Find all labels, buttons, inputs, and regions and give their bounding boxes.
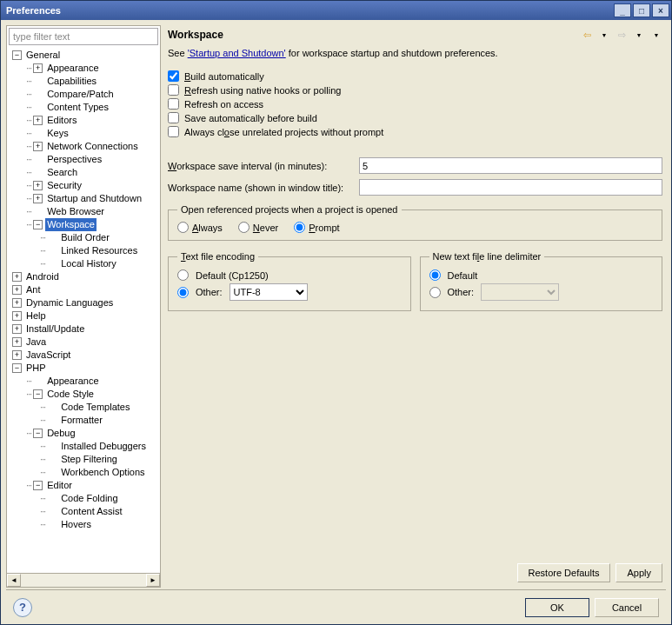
tree-expander-icon[interactable]: + xyxy=(12,324,22,334)
tree-item[interactable]: ···Appearance xyxy=(9,375,160,388)
tree-expander-icon[interactable]: + xyxy=(33,63,43,73)
tree-item[interactable]: ···Content Types xyxy=(9,101,160,114)
open-ref-prompt-radio[interactable] xyxy=(294,222,305,233)
delimiter-default-radio[interactable] xyxy=(429,269,441,281)
tree-item[interactable]: ···−Debug xyxy=(9,427,160,440)
ok-button[interactable]: OK xyxy=(525,598,589,617)
tree-item[interactable]: ···+Editors xyxy=(9,114,160,127)
delimiter-legend: New text file line delimiter xyxy=(429,251,545,262)
encoding-default-radio[interactable] xyxy=(177,269,189,281)
tree-item[interactable]: +Dynamic Languages xyxy=(9,296,160,309)
build-automatically-checkbox[interactable] xyxy=(168,70,179,82)
tree-expander-icon[interactable]: + xyxy=(12,298,22,308)
open-ref-always-radio[interactable] xyxy=(177,222,189,233)
tree-item[interactable]: ···Code Folding xyxy=(9,492,160,505)
tree-item-label: Network Connections xyxy=(45,140,140,153)
maximize-button[interactable]: □ xyxy=(633,3,650,17)
delimiter-combo[interactable] xyxy=(481,283,559,301)
encoding-combo[interactable]: UTF-8 xyxy=(230,283,308,301)
tree-item[interactable]: +JavaScript xyxy=(9,349,160,362)
help-icon[interactable]: ? xyxy=(13,598,32,617)
tree-item[interactable]: ···Local History xyxy=(9,257,160,270)
back-icon[interactable]: ⇦ xyxy=(581,29,593,41)
tree-item[interactable]: +Install/Update xyxy=(9,322,160,336)
workspace-name-input[interactable] xyxy=(359,179,662,196)
tree-expander-icon[interactable]: − xyxy=(12,363,22,373)
tree-item[interactable]: ···−Editor xyxy=(9,479,160,492)
encoding-other-radio[interactable] xyxy=(177,287,189,298)
tree-item[interactable]: ···+Startup and Shutdown xyxy=(9,192,160,205)
tree-item[interactable]: ···+Appearance xyxy=(9,62,160,75)
tree-item[interactable]: ···Code Templates xyxy=(9,401,160,414)
tree-item[interactable]: +Help xyxy=(9,309,160,322)
tree-item[interactable]: −PHP xyxy=(9,362,160,375)
tree-scroll[interactable]: −General···+Appearance···Capabilities···… xyxy=(7,47,160,573)
tree-item[interactable]: ···Perspectives xyxy=(9,153,160,166)
close-button[interactable]: × xyxy=(652,3,669,17)
dropdown-fwd-icon[interactable]: ▼ xyxy=(633,29,645,41)
tree-item-label: Local History xyxy=(59,257,118,270)
tree-item[interactable]: ···Installed Debuggers xyxy=(9,440,160,453)
tree-item[interactable]: ···Linked Resources xyxy=(9,244,160,257)
delimiter-other-radio[interactable] xyxy=(429,287,441,298)
tree-item[interactable]: +Java xyxy=(9,336,160,349)
restore-defaults-button[interactable]: Restore Defaults xyxy=(517,563,611,582)
tree-item[interactable]: ···+Security xyxy=(9,179,160,192)
tree-item[interactable]: ···Workbench Options xyxy=(9,466,160,479)
save-interval-input[interactable] xyxy=(359,157,662,174)
tree-expander-icon[interactable]: + xyxy=(33,116,43,125)
dropdown-back-icon[interactable]: ▼ xyxy=(598,29,610,41)
refresh-access-checkbox[interactable] xyxy=(168,98,179,110)
tree-expander-icon[interactable]: + xyxy=(33,194,43,203)
tree-item[interactable]: ···Step Filtering xyxy=(9,453,160,466)
tree-item[interactable]: ···Hovers xyxy=(9,518,160,531)
tree-expander-icon[interactable]: − xyxy=(33,429,43,438)
apply-button[interactable]: Apply xyxy=(615,563,662,582)
cancel-button[interactable]: Cancel xyxy=(595,598,659,617)
tree-item[interactable]: ···Web Browser xyxy=(9,205,160,218)
tree-item-label: Code Style xyxy=(45,388,96,401)
tree-expander-icon[interactable]: + xyxy=(12,285,22,295)
tree-item[interactable]: ···−Workspace xyxy=(9,218,160,231)
refresh-native-checkbox[interactable] xyxy=(168,84,179,96)
tree-item-label: Java xyxy=(24,336,48,349)
tree-expander-icon[interactable]: − xyxy=(33,481,43,490)
minimize-button[interactable]: _ xyxy=(614,3,631,17)
scroll-left-icon[interactable]: ◄ xyxy=(7,574,21,587)
tree-item[interactable]: ···Content Assist xyxy=(9,505,160,518)
menu-icon[interactable]: ▼ xyxy=(650,29,662,41)
open-ref-never-radio[interactable] xyxy=(238,222,250,233)
tree-item[interactable]: ···Keys xyxy=(9,127,160,140)
scroll-right-icon[interactable]: ► xyxy=(146,574,160,587)
tree-expander-icon[interactable]: + xyxy=(33,142,43,151)
tree-item-label: Ant xyxy=(24,283,43,296)
close-unrelated-checkbox[interactable] xyxy=(168,126,179,137)
horizontal-scrollbar[interactable]: ◄ ► xyxy=(7,573,160,587)
tree-item[interactable]: ···Compare/Patch xyxy=(9,88,160,101)
tree-expander-icon[interactable]: + xyxy=(12,311,22,321)
tree-item[interactable]: ···Build Order xyxy=(9,231,160,244)
tree-expander-icon[interactable]: + xyxy=(12,337,22,347)
tree-expander-icon[interactable]: − xyxy=(12,50,22,60)
tree-item[interactable]: +Ant xyxy=(9,283,160,296)
tree-item[interactable]: ···+Network Connections xyxy=(9,140,160,153)
tree-item[interactable]: +Android xyxy=(9,270,160,283)
tree-expander-icon[interactable]: + xyxy=(12,272,22,282)
startup-shutdown-link[interactable]: 'Startup and Shutdown' xyxy=(188,48,286,58)
forward-icon[interactable]: ⇨ xyxy=(615,29,628,41)
tree-item[interactable]: ···−Code Style xyxy=(9,388,160,401)
tree-expander-icon[interactable]: − xyxy=(33,389,43,399)
tree-expander-icon[interactable]: + xyxy=(33,181,43,190)
filter-input[interactable] xyxy=(9,28,158,45)
build-automatically-row: Build automatically xyxy=(168,70,662,82)
tree-expander-icon[interactable]: − xyxy=(33,220,43,229)
tree-item[interactable]: ···Capabilities xyxy=(9,75,160,88)
tree-item[interactable]: ···Formatter xyxy=(9,414,160,427)
tree-expander-icon[interactable]: + xyxy=(12,350,22,360)
encoding-legend: Text file encoding xyxy=(177,251,258,262)
save-before-build-checkbox[interactable] xyxy=(168,112,179,123)
tree-item-label: Install/Update xyxy=(24,322,86,336)
tree-item[interactable]: ···Search xyxy=(9,166,160,179)
tree-item-label: General xyxy=(24,49,62,62)
tree-item[interactable]: −General xyxy=(9,49,160,62)
